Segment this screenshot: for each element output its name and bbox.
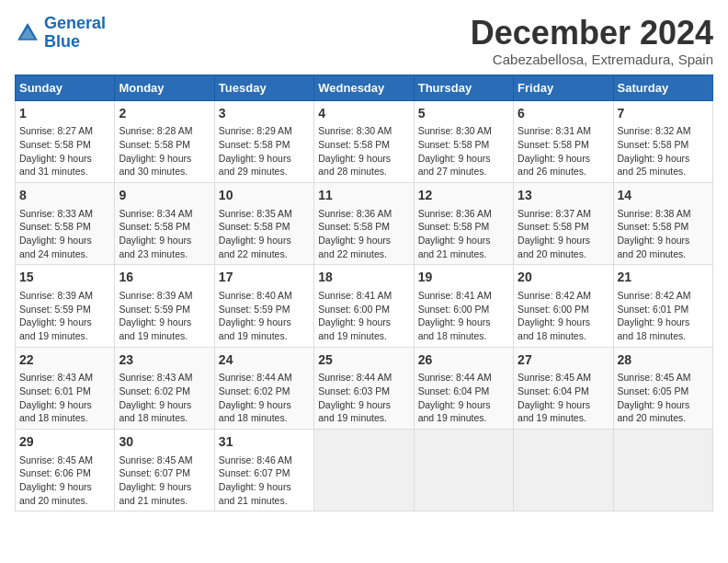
calendar-cell: 17Sunrise: 8:40 AM Sunset: 5:59 PM Dayli…: [214, 265, 313, 347]
calendar-cell: 23Sunrise: 8:43 AM Sunset: 6:02 PM Dayli…: [115, 347, 214, 429]
day-number: 11: [318, 187, 409, 205]
calendar-cell: 25Sunrise: 8:44 AM Sunset: 6:03 PM Dayli…: [314, 347, 414, 429]
day-info: Sunrise: 8:43 AM Sunset: 6:02 PM Dayligh…: [119, 371, 210, 425]
calendar-cell: 27Sunrise: 8:45 AM Sunset: 6:04 PM Dayli…: [514, 347, 613, 429]
calendar-week-5: 29Sunrise: 8:45 AM Sunset: 6:06 PM Dayli…: [16, 429, 713, 511]
logo-icon: [15, 20, 40, 46]
calendar-cell: [414, 429, 513, 511]
calendar-cell: [613, 429, 712, 511]
title-block: December 2024 Cabezabellosa, Extremadura…: [471, 15, 713, 67]
day-info: Sunrise: 8:30 AM Sunset: 5:58 PM Dayligh…: [418, 124, 509, 178]
day-info: Sunrise: 8:41 AM Sunset: 6:00 PM Dayligh…: [418, 289, 509, 343]
calendar-cell: 22Sunrise: 8:43 AM Sunset: 6:01 PM Dayli…: [16, 347, 115, 429]
day-number: 5: [418, 105, 509, 123]
day-number: 23: [119, 351, 210, 370]
calendar-cell: 4Sunrise: 8:30 AM Sunset: 5:58 PM Daylig…: [314, 100, 414, 182]
day-info: Sunrise: 8:35 AM Sunset: 5:58 PM Dayligh…: [219, 207, 310, 261]
day-number: 31: [219, 433, 310, 452]
calendar-cell: 30Sunrise: 8:45 AM Sunset: 6:07 PM Dayli…: [115, 429, 214, 511]
day-number: 16: [119, 269, 210, 287]
header: General Blue December 2024 Cabezabellosa…: [15, 15, 713, 67]
calendar-cell: [314, 429, 414, 511]
day-info: Sunrise: 8:32 AM Sunset: 5:58 PM Dayligh…: [618, 124, 709, 178]
day-info: Sunrise: 8:34 AM Sunset: 5:58 PM Dayligh…: [119, 207, 210, 261]
day-info: Sunrise: 8:40 AM Sunset: 5:59 PM Dayligh…: [219, 289, 310, 343]
day-info: Sunrise: 8:44 AM Sunset: 6:03 PM Dayligh…: [318, 371, 409, 425]
header-day-friday: Friday: [514, 75, 613, 100]
header-day-monday: Monday: [115, 75, 214, 100]
calendar-cell: 18Sunrise: 8:41 AM Sunset: 6:00 PM Dayli…: [314, 265, 414, 347]
day-info: Sunrise: 8:30 AM Sunset: 5:58 PM Dayligh…: [318, 124, 409, 178]
day-info: Sunrise: 8:39 AM Sunset: 5:59 PM Dayligh…: [19, 289, 110, 343]
calendar-cell: 9Sunrise: 8:34 AM Sunset: 5:58 PM Daylig…: [115, 182, 214, 264]
calendar-cell: 3Sunrise: 8:29 AM Sunset: 5:58 PM Daylig…: [214, 100, 313, 182]
day-info: Sunrise: 8:44 AM Sunset: 6:04 PM Dayligh…: [418, 371, 509, 425]
calendar-table: SundayMondayTuesdayWednesdayThursdayFrid…: [15, 75, 713, 512]
calendar-body: 1Sunrise: 8:27 AM Sunset: 5:58 PM Daylig…: [16, 100, 713, 511]
day-info: Sunrise: 8:27 AM Sunset: 5:58 PM Dayligh…: [19, 124, 110, 178]
calendar-cell: 15Sunrise: 8:39 AM Sunset: 5:59 PM Dayli…: [16, 265, 115, 347]
calendar-cell: 31Sunrise: 8:46 AM Sunset: 6:07 PM Dayli…: [214, 429, 313, 511]
calendar-cell: 7Sunrise: 8:32 AM Sunset: 5:58 PM Daylig…: [613, 100, 712, 182]
day-info: Sunrise: 8:31 AM Sunset: 5:58 PM Dayligh…: [518, 124, 609, 178]
day-info: Sunrise: 8:36 AM Sunset: 5:58 PM Dayligh…: [318, 207, 409, 261]
day-number: 25: [318, 351, 409, 370]
day-number: 7: [618, 105, 709, 123]
day-number: 4: [318, 105, 409, 123]
day-number: 28: [618, 351, 709, 370]
calendar-cell: 13Sunrise: 8:37 AM Sunset: 5:58 PM Dayli…: [514, 182, 613, 264]
day-number: 6: [518, 105, 609, 123]
day-number: 29: [19, 433, 110, 452]
header-day-sunday: Sunday: [16, 75, 115, 100]
calendar-cell: 21Sunrise: 8:42 AM Sunset: 6:01 PM Dayli…: [613, 265, 712, 347]
calendar-cell: 8Sunrise: 8:33 AM Sunset: 5:58 PM Daylig…: [16, 182, 115, 264]
day-info: Sunrise: 8:36 AM Sunset: 5:58 PM Dayligh…: [418, 207, 509, 261]
calendar-cell: 16Sunrise: 8:39 AM Sunset: 5:59 PM Dayli…: [115, 265, 214, 347]
calendar-cell: 29Sunrise: 8:45 AM Sunset: 6:06 PM Dayli…: [16, 429, 115, 511]
calendar-cell: 10Sunrise: 8:35 AM Sunset: 5:58 PM Dayli…: [214, 182, 313, 264]
day-info: Sunrise: 8:43 AM Sunset: 6:01 PM Dayligh…: [19, 371, 110, 425]
day-number: 27: [518, 351, 609, 370]
calendar-cell: 1Sunrise: 8:27 AM Sunset: 5:58 PM Daylig…: [16, 100, 115, 182]
header-day-saturday: Saturday: [613, 75, 712, 100]
day-number: 14: [618, 187, 709, 205]
day-number: 10: [219, 187, 310, 205]
calendar-week-1: 1Sunrise: 8:27 AM Sunset: 5:58 PM Daylig…: [16, 100, 713, 182]
logo-line1: General: [44, 14, 106, 32]
logo-text: General Blue: [44, 15, 106, 52]
day-number: 21: [618, 269, 709, 287]
day-info: Sunrise: 8:45 AM Sunset: 6:06 PM Dayligh…: [19, 454, 110, 508]
day-info: Sunrise: 8:42 AM Sunset: 6:00 PM Dayligh…: [518, 289, 609, 343]
calendar-cell: 19Sunrise: 8:41 AM Sunset: 6:00 PM Dayli…: [414, 265, 513, 347]
day-info: Sunrise: 8:45 AM Sunset: 6:05 PM Dayligh…: [618, 371, 709, 425]
day-number: 1: [19, 105, 110, 123]
month-title: December 2024: [471, 15, 713, 52]
day-number: 2: [119, 105, 210, 123]
calendar-cell: 14Sunrise: 8:38 AM Sunset: 5:58 PM Dayli…: [613, 182, 712, 264]
day-number: 24: [219, 351, 310, 370]
calendar-header-row: SundayMondayTuesdayWednesdayThursdayFrid…: [16, 75, 713, 100]
day-number: 12: [418, 187, 509, 205]
day-number: 30: [119, 433, 210, 452]
logo: General Blue: [15, 15, 106, 52]
day-info: Sunrise: 8:44 AM Sunset: 6:02 PM Dayligh…: [219, 371, 310, 425]
header-day-tuesday: Tuesday: [214, 75, 313, 100]
calendar-cell: 11Sunrise: 8:36 AM Sunset: 5:58 PM Dayli…: [314, 182, 414, 264]
calendar-week-4: 22Sunrise: 8:43 AM Sunset: 6:01 PM Dayli…: [16, 347, 713, 429]
day-info: Sunrise: 8:41 AM Sunset: 6:00 PM Dayligh…: [318, 289, 409, 343]
calendar-week-2: 8Sunrise: 8:33 AM Sunset: 5:58 PM Daylig…: [16, 182, 713, 264]
day-info: Sunrise: 8:37 AM Sunset: 5:58 PM Dayligh…: [518, 207, 609, 261]
day-number: 9: [119, 187, 210, 205]
day-number: 3: [219, 105, 310, 123]
day-info: Sunrise: 8:38 AM Sunset: 5:58 PM Dayligh…: [618, 207, 709, 261]
day-number: 22: [19, 351, 110, 370]
logo-line2: Blue: [44, 32, 80, 51]
calendar-cell: 2Sunrise: 8:28 AM Sunset: 5:58 PM Daylig…: [115, 100, 214, 182]
day-number: 26: [418, 351, 509, 370]
calendar-cell: 12Sunrise: 8:36 AM Sunset: 5:58 PM Dayli…: [414, 182, 513, 264]
day-number: 8: [19, 187, 110, 205]
day-info: Sunrise: 8:29 AM Sunset: 5:58 PM Dayligh…: [219, 124, 310, 178]
day-number: 15: [19, 269, 110, 287]
day-info: Sunrise: 8:39 AM Sunset: 5:59 PM Dayligh…: [119, 289, 210, 343]
calendar-cell: [514, 429, 613, 511]
